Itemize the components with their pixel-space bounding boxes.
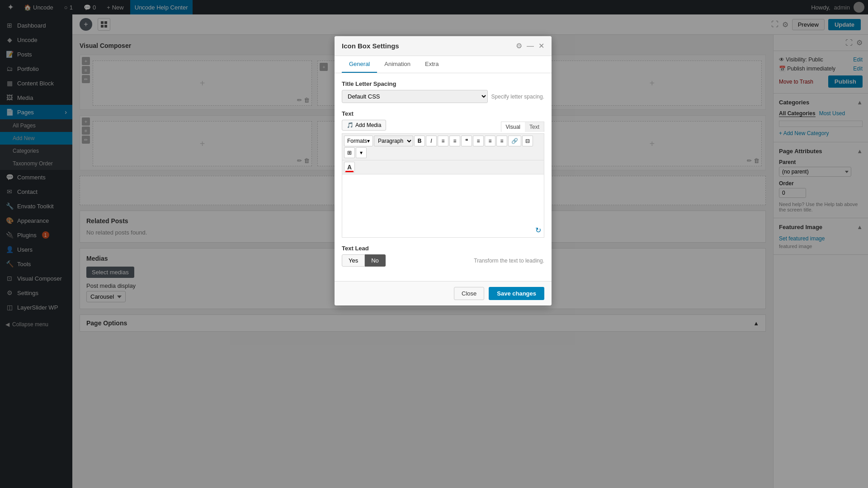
unlink-btn[interactable]: ⊟	[522, 136, 533, 146]
text-lead-no-btn[interactable]: No	[365, 254, 386, 267]
paragraph-select[interactable]: Paragraph	[374, 136, 413, 146]
ul-btn[interactable]: ≡	[438, 136, 448, 146]
formats-btn[interactable]: Formats ▾	[344, 136, 373, 146]
visual-tab-btn[interactable]: Visual	[501, 122, 525, 132]
ol-btn[interactable]: ≡	[449, 136, 460, 146]
modal-tab-general[interactable]: General	[342, 56, 377, 73]
modal-settings-icon[interactable]: ⚙	[516, 42, 522, 50]
modal-minimize-icon[interactable]: —	[527, 42, 534, 50]
font-color-btn[interactable]: A	[344, 162, 355, 173]
letter-spacing-select[interactable]: Default CSS	[342, 90, 488, 103]
modal-title: Icon Box Settings	[342, 42, 399, 50]
modal-tab-extra[interactable]: Extra	[418, 56, 446, 73]
add-media-label: Add Media	[355, 122, 381, 128]
add-media-button[interactable]: 🎵 Add Media	[342, 120, 386, 131]
icon-box-settings-modal: Icon Box Settings ⚙ — ✕ General Animatio…	[335, 36, 552, 305]
link-btn[interactable]: 🔗	[508, 136, 521, 146]
more-btn[interactable]: ⊞	[344, 147, 355, 158]
blockquote-btn[interactable]: ❝	[461, 136, 472, 146]
title-letter-spacing-field: Title Letter Spacing Default CSS Specify…	[342, 80, 544, 103]
text-field-group: Text 🎵 Add Media Visual Text Formats	[342, 110, 544, 238]
align-right-btn[interactable]: ≡	[496, 136, 507, 146]
align-left-btn[interactable]: ≡	[473, 136, 484, 146]
refresh-icon[interactable]: ↻	[535, 226, 541, 235]
title-letter-spacing-label: Title Letter Spacing	[342, 80, 544, 87]
align-center-btn[interactable]: ≡	[485, 136, 495, 146]
formats-label: Formats	[347, 138, 367, 144]
text-lead-yes-btn[interactable]: Yes	[342, 254, 365, 267]
modal-close-icon[interactable]: ✕	[538, 42, 544, 50]
text-tab-btn[interactable]: Text	[525, 122, 544, 132]
modal-header: Icon Box Settings ⚙ — ✕	[335, 36, 552, 56]
letter-spacing-hint: Specify letter spacing.	[491, 94, 544, 100]
text-editor-area[interactable]: ↻	[342, 174, 544, 238]
editor-tab-buttons: Visual Text	[501, 122, 544, 132]
italic-btn[interactable]: I	[426, 136, 437, 146]
modal-tabs: General Animation Extra	[335, 56, 552, 73]
close-modal-button[interactable]: Close	[454, 287, 484, 300]
modal-tab-animation[interactable]: Animation	[377, 56, 418, 73]
modal-body: Title Letter Spacing Default CSS Specify…	[335, 73, 552, 281]
text-editor-toolbar: Formats ▾ Paragraph B I ≡ ≡ ❝ ≡ ≡ ≡ 🔗 ⊟ …	[342, 133, 544, 160]
add-media-icon: 🎵	[347, 122, 354, 128]
text-field-label: Text	[342, 110, 544, 117]
save-changes-button[interactable]: Save changes	[489, 287, 544, 300]
text-lead-toggle: Yes No	[342, 254, 386, 267]
modal-header-actions: ⚙ — ✕	[516, 42, 544, 50]
text-lead-hint: Transform the text to leading.	[474, 258, 544, 264]
modal-footer: Close Save changes	[335, 281, 552, 305]
bold-btn[interactable]: B	[414, 136, 425, 146]
modal-overlay: Icon Box Settings ⚙ — ✕ General Animatio…	[0, 0, 868, 488]
toolbar-toggle-btn[interactable]: ▾	[356, 147, 367, 158]
text-lead-field: Text Lead Yes No Transform the text to l…	[342, 245, 544, 267]
title-letter-spacing-row: Default CSS Specify letter spacing.	[342, 90, 544, 103]
text-lead-label: Text Lead	[342, 245, 544, 252]
